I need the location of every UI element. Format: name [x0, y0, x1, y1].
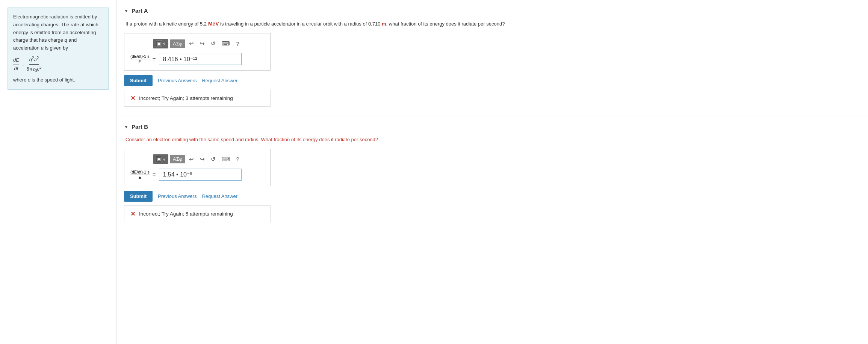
part-b-toolbar: ▣ √ ΑΣφ ↩ ↪ ↺ ⌨ ?	[130, 154, 264, 164]
part-a-action-row: Submit Previous Answers Request Answer	[124, 75, 857, 86]
reset-btn-a[interactable]: ↺	[209, 39, 218, 48]
part-b-input-container: ▣ √ ΑΣφ ↩ ↪ ↺ ⌨ ? (dE/dt)·1 s E =	[124, 149, 271, 186]
part-a-submit-button[interactable]: Submit	[124, 75, 153, 86]
formula-editor-btn-b[interactable]: ▣ √	[153, 154, 168, 164]
part-a-title: Part A	[132, 8, 148, 14]
undo-btn-a[interactable]: ↩	[187, 39, 196, 48]
undo-btn-b[interactable]: ↩	[187, 154, 196, 164]
formula-fraction2: q2a2 6πε0c3	[27, 55, 42, 74]
part-b-eq-label: (dE/dt)·1 s E	[130, 170, 150, 180]
part-b-answer-input[interactable]	[159, 169, 242, 181]
part-b-section: ▼ Part B Consider an electron orbiting w…	[116, 116, 868, 231]
part-a-request-answer-button[interactable]: Request Answer	[202, 78, 237, 83]
left-panel: Electromagnetic radiation is emitted by …	[0, 0, 116, 344]
math-symbols-btn-a[interactable]: ΑΣφ	[170, 39, 185, 48]
part-a-feedback-box: ✕ Incorrect; Try Again; 3 attempts remai…	[124, 90, 271, 107]
math-symbols-btn-b[interactable]: ΑΣφ	[170, 155, 185, 163]
part-b-submit-button[interactable]: Submit	[124, 191, 153, 202]
formula-fraction: dE dt	[13, 56, 19, 73]
part-b-equation-row: (dE/dt)·1 s E =	[130, 169, 264, 181]
formula-row: dE dt = q2a2 6πε0c3 where c is the speed…	[13, 55, 103, 84]
part-a-eq-label: (dE/dt)·1 s E	[130, 54, 150, 64]
part-a-header: ▼ Part A	[124, 8, 857, 14]
redo-btn-b[interactable]: ↪	[198, 154, 207, 164]
part-a-toolbar: ▣ √ ΑΣφ ↩ ↪ ↺ ⌨ ?	[130, 39, 264, 48]
part-a-previous-answers-button[interactable]: Previous Answers	[158, 78, 197, 83]
right-panel: ▼ Part A If a proton with a kinetic ener…	[116, 0, 868, 344]
info-text: Electromagnetic radiation is emitted by …	[13, 13, 103, 52]
part-b-header: ▼ Part B	[124, 124, 857, 130]
formula-editor-btn-a[interactable]: ▣ √	[153, 39, 168, 48]
part-a-input-container: ▣ √ ΑΣφ ↩ ↪ ↺ ⌨ ? (dE/dt)·1 s E =	[124, 33, 271, 71]
part-b-question: Consider an electron orbiting with the s…	[126, 136, 857, 143]
keyboard-btn-b[interactable]: ⌨	[219, 154, 232, 164]
part-b-request-answer-button[interactable]: Request Answer	[202, 193, 237, 199]
part-b-previous-answers-button[interactable]: Previous Answers	[158, 193, 197, 199]
chevron-down-icon-a[interactable]: ▼	[124, 8, 129, 14]
part-a-equation-row: (dE/dt)·1 s E =	[130, 53, 264, 65]
part-a-answer-input[interactable]	[159, 53, 242, 65]
help-btn-a[interactable]: ?	[234, 39, 241, 48]
part-a-question: If a proton with a kinetic energy of 5.2…	[126, 20, 857, 28]
x-mark-icon-b: ✕	[130, 210, 135, 217]
part-b-feedback-text: Incorrect; Try Again; 5 attempts remaini…	[139, 211, 233, 217]
x-mark-icon-a: ✕	[130, 95, 135, 102]
part-a-section: ▼ Part A If a proton with a kinetic ener…	[116, 0, 868, 116]
part-b-title: Part B	[132, 124, 148, 130]
part-b-action-row: Submit Previous Answers Request Answer	[124, 191, 857, 202]
redo-btn-a[interactable]: ↪	[198, 39, 207, 48]
chevron-down-icon-b[interactable]: ▼	[124, 124, 129, 130]
part-a-feedback-text: Incorrect; Try Again; 3 attempts remaini…	[139, 95, 233, 101]
help-btn-b[interactable]: ?	[234, 154, 241, 164]
reset-btn-b[interactable]: ↺	[209, 154, 218, 164]
part-b-feedback-box: ✕ Incorrect; Try Again; 5 attempts remai…	[124, 205, 271, 222]
keyboard-btn-a[interactable]: ⌨	[219, 39, 232, 48]
info-box: Electromagnetic radiation is emitted by …	[8, 8, 109, 90]
